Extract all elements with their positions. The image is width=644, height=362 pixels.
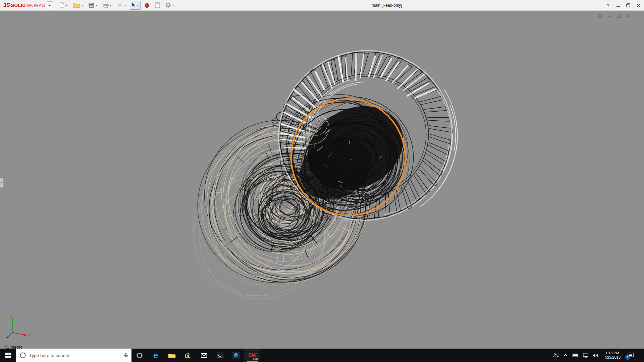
network-button[interactable] [583,353,588,358]
save-button[interactable] [87,1,99,10]
new-document-button[interactable] [58,1,69,10]
clock-time: 1:18 PM [604,351,621,355]
battery-icon [572,354,579,357]
options-button[interactable] [164,1,176,10]
volume-button[interactable] [593,353,598,358]
doc-close-button[interactable] [625,13,631,19]
doc-maximize-button[interactable] [616,13,622,19]
action-center-button[interactable]: 3 [628,353,634,358]
dropdown-caret-icon [137,5,139,6]
taskbar-search-box[interactable] [16,349,131,362]
axis-x-label: X [28,334,31,337]
new-document-icon [60,2,64,8]
open-icon [73,2,80,8]
taskbar-clock[interactable]: 1:18 PM 7/23/2018 [603,351,622,360]
store-icon [185,352,191,358]
start-button[interactable] [0,349,16,362]
windows-logo-icon [5,353,11,358]
speaker-icon [593,353,598,358]
help-button[interactable]: ? [603,0,613,11]
solidworks-taskbar-button[interactable]: SW 2017 [244,349,260,362]
orientation-triad: Y X [3,314,35,343]
network-display-icon [583,353,588,358]
clock-date: 7/23/2018 [604,355,621,360]
notification-badge: 3 [625,355,630,360]
close-button[interactable] [633,0,643,11]
close-icon [637,4,640,7]
file-properties-icon [155,2,160,8]
file-explorer-button[interactable] [164,349,180,362]
help-icon: ? [607,3,609,8]
search-input[interactable] [29,353,121,358]
solidworks-year-badge: 2017 [253,358,258,360]
cube-app-icon [232,352,240,359]
task-view-icon [137,353,143,358]
chevron-left-icon [1,182,2,184]
solidworks-logo: 3S SOLIDWORKS [0,2,47,8]
select-tool-button[interactable] [130,1,141,10]
restore-button[interactable] [623,0,633,11]
file-explorer-icon [168,352,176,358]
minimize-icon [616,4,620,7]
brand-works: WORKS [27,3,45,8]
open-button[interactable] [71,1,85,10]
dropdown-caret-icon [172,5,174,6]
window-controls: ? [603,0,643,11]
doc-minimize-button[interactable] [606,13,612,19]
engine-wireframe-model [0,11,644,349]
system-tray: 1:18 PM 7/23/2018 3 [553,349,644,362]
people-button[interactable] [553,353,559,358]
dropdown-caret-icon [124,5,126,6]
axis-y-label: Y [10,315,12,319]
undo-button[interactable] [115,1,128,10]
dropdown-caret-icon [110,5,112,6]
battery-button[interactable] [572,354,579,357]
undo-icon [117,3,123,8]
document-window-controls [597,13,631,19]
graphics-viewport[interactable]: Y X *Dimetric [0,11,644,349]
microphone-icon[interactable] [124,353,128,358]
mail-button[interactable] [196,349,212,362]
appearances-button[interactable] [143,1,151,10]
store-button[interactable] [180,349,196,362]
edge-button[interactable]: e [148,349,164,362]
quick-access-toolbar [57,0,177,11]
titlebar[interactable]: 3S SOLIDWORKS ▶ [0,0,644,11]
select-cursor-icon [131,2,136,8]
view-orientation-label: *Dimetric [5,345,22,349]
mail-icon [201,353,207,358]
people-icon [553,353,559,358]
window-title: main [Read-only] [372,0,402,11]
minimize-button[interactable] [613,0,623,11]
brand-solid: SOLID [11,3,26,8]
save-icon [89,2,94,8]
flyout-arrow-icon: ▶ [49,4,51,7]
dropdown-caret-icon [65,5,67,6]
dropdown-caret-icon [95,5,97,6]
print-icon [103,3,109,8]
solidworks-icon: SW [248,352,256,358]
options-gear-icon [165,2,171,8]
collapsed-panel-tab[interactable] [0,178,4,188]
restore-icon [626,3,630,7]
appearances-icon [144,3,150,8]
menu-flyout-button[interactable]: ▶ [47,1,52,9]
file-properties-button[interactable] [153,1,162,10]
command-prompt-button[interactable] [212,349,228,362]
chevron-up-icon [564,354,568,357]
task-view-button[interactable] [131,349,148,362]
hidden-icons-button[interactable] [564,354,568,357]
command-prompt-icon [217,353,223,358]
cube-app-button[interactable] [228,349,244,362]
print-button[interactable] [101,1,113,10]
windows-taskbar: e SW 2017 1:18 PM [0,349,644,362]
edge-icon: e [153,351,158,360]
doc-restore-button[interactable] [597,13,603,19]
3ds-logo-icon: 3S [3,2,10,8]
dropdown-caret-icon [81,5,83,6]
cortana-circle-icon [19,352,26,359]
